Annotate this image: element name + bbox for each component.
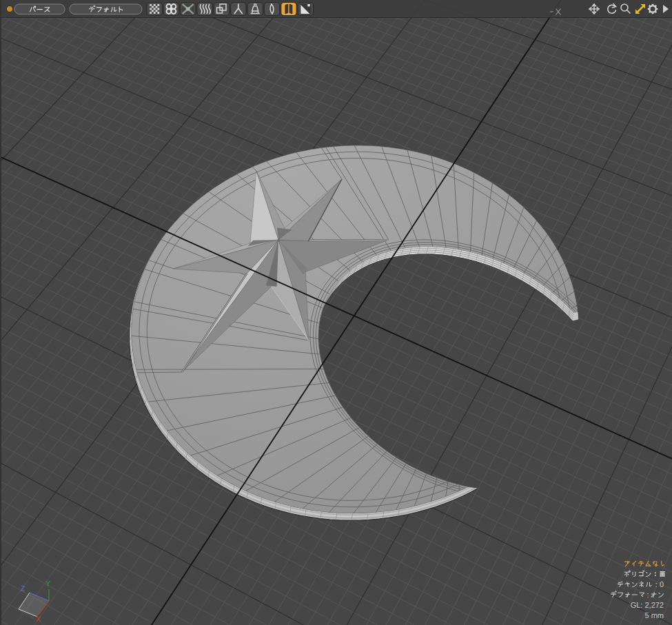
svg-text:Z: Z <box>21 584 26 593</box>
svg-text::: : <box>646 591 649 599</box>
svg-text:X: X <box>36 615 41 623</box>
svg-text:Y: Y <box>45 580 50 588</box>
svg-text:5 mm: 5 mm <box>645 611 664 619</box>
svg-text:GL: 2,272: GL: 2,272 <box>631 601 664 609</box>
svg-text:: 0: : 0 <box>655 580 664 588</box>
